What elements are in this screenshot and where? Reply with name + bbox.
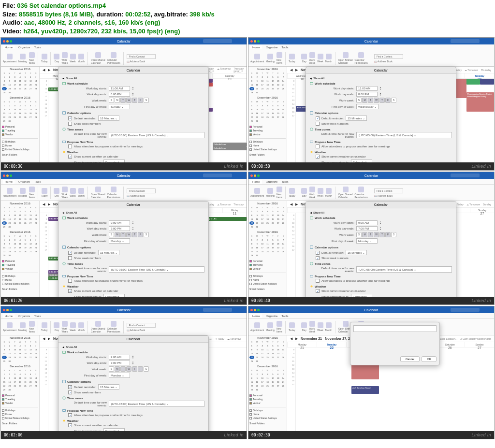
workweek-day-W[interactable]: W — [126, 98, 131, 103]
workweek-day-S[interactable]: S — [144, 366, 149, 372]
nav-prev[interactable]: ◀ — [43, 68, 45, 72]
ok-button[interactable]: OK — [422, 356, 437, 362]
timezone-select[interactable]: (UTC-05:00) Eastern Time (US & Canada) ⌄ — [356, 266, 452, 273]
workweek-day-W[interactable]: W — [374, 98, 379, 103]
sidebar-cal-2[interactable]: United States holidays — [249, 282, 286, 286]
new-items-button[interactable]: NewItems — [29, 321, 35, 333]
workweek-day-T[interactable]: T — [132, 232, 137, 237]
tab-tools[interactable]: Tools — [281, 315, 288, 318]
meeting-button[interactable]: Meeting — [18, 54, 27, 63]
sidebar-cal-1[interactable]: Home — [249, 412, 286, 416]
sidebar-category-0[interactable]: Personal — [249, 125, 286, 129]
sidebar-category-2[interactable]: Vendor — [249, 401, 286, 405]
sidebar-cal-0[interactable]: Birthdays — [249, 140, 286, 144]
titlebar-search[interactable] — [451, 173, 480, 177]
month-button[interactable]: Month — [78, 322, 85, 332]
workweek-day-S[interactable]: S — [391, 98, 396, 103]
week-button[interactable]: Week — [70, 188, 76, 197]
tab-organize[interactable]: Organize — [266, 180, 277, 183]
timezone-select[interactable]: (UTC-05:00) Eastern Time (US & Canada) ⌄ — [109, 132, 204, 138]
sidebar-category-0[interactable]: Personal — [2, 259, 38, 263]
workweek-day-S[interactable]: S — [109, 232, 114, 237]
tab-organize[interactable]: Organize — [266, 315, 277, 318]
nav-prev[interactable]: ◀ — [290, 68, 292, 72]
tab-home[interactable]: Home — [250, 314, 262, 318]
address-book-button[interactable]: 📖 Address Book — [127, 60, 156, 63]
workweek-day-M[interactable]: M — [115, 232, 120, 237]
nav-next[interactable]: ▶ — [295, 68, 298, 72]
new-items-button[interactable]: NewItems — [29, 187, 35, 199]
workweek-day-T[interactable]: T — [368, 98, 373, 103]
sidebar-cal-2[interactable]: United States holidays — [2, 147, 38, 151]
sidebar-category-1[interactable]: Traveling — [2, 397, 38, 401]
nav-prev[interactable]: ◀ — [290, 337, 292, 341]
today-button[interactable]: Today — [289, 54, 295, 63]
titlebar-search[interactable] — [203, 308, 232, 312]
sidebar-category-1[interactable]: Traveling — [249, 397, 286, 401]
sidebar-category-1[interactable]: Traveling — [249, 129, 286, 132]
show-all-button[interactable]: ◀ Show All — [62, 346, 204, 348]
reminder-select[interactable]: 15 Minutes ⌄ — [346, 250, 367, 255]
sidebar-cal-2[interactable]: United States holidays — [249, 416, 286, 420]
sidebar-category-1[interactable]: Traveling — [2, 263, 38, 267]
workweek-day-F[interactable]: F — [385, 232, 391, 237]
workweek-day-S[interactable]: S — [144, 232, 149, 237]
sidebar-cal-2[interactable]: United States holidays — [249, 147, 286, 151]
work-day-starts-select[interactable]: 9:00 AM — [109, 355, 130, 360]
tab-tools[interactable]: Tools — [34, 46, 41, 49]
show-all-button[interactable]: ◀ Show All — [310, 77, 452, 80]
titlebar-search[interactable] — [203, 39, 232, 43]
address-book-button[interactable]: 📖 Address Book — [374, 60, 403, 63]
today-button[interactable]: Today — [289, 322, 295, 332]
sidebar-category-0[interactable]: Personal — [2, 125, 38, 129]
find-contact-input[interactable]: Find a Contact — [127, 323, 156, 328]
workweek-day-T[interactable]: T — [379, 232, 385, 237]
tab-home[interactable]: Home — [3, 180, 15, 184]
show-all-button[interactable]: ◀ Show All — [62, 77, 204, 80]
day-button[interactable]: Day — [54, 322, 59, 332]
sidebar-cal-2[interactable]: United States holidays — [2, 416, 38, 420]
open-shared-button[interactable]: Open SharedCalendar — [338, 52, 353, 64]
day-column[interactable]: Sunday27 — [465, 342, 494, 347]
location-search-input[interactable] — [353, 325, 437, 332]
sidebar-category-0[interactable]: Personal — [249, 393, 286, 397]
appointment-button[interactable]: Appointment — [250, 188, 264, 197]
sidebar-category-1[interactable]: Traveling — [2, 129, 38, 132]
appointment-button[interactable]: Appointment — [3, 188, 16, 197]
new-items-button[interactable]: NewItems — [277, 52, 282, 64]
workweek-day-F[interactable]: F — [138, 232, 143, 237]
tab-home[interactable]: Home — [3, 45, 15, 49]
workweek-day-T[interactable]: T — [379, 98, 385, 103]
sidebar-category-2[interactable]: Vendor — [2, 401, 38, 405]
sidebar-cal-1[interactable]: Home — [2, 412, 38, 416]
workweek-button[interactable]: WorkWeek — [61, 52, 68, 64]
workweek-button[interactable]: WorkWeek — [309, 187, 315, 199]
sidebar-category-2[interactable]: Vendor — [249, 132, 286, 136]
cal-perm-button[interactable]: CalendarPermissions — [355, 52, 368, 64]
meeting-button[interactable]: Meeting — [266, 54, 275, 63]
workweek-button[interactable]: WorkWeek — [309, 52, 315, 64]
open-shared-button[interactable]: Open SharedCalendar — [91, 187, 105, 199]
reminder-select[interactable]: 15 Minutes ⌄ — [98, 250, 119, 255]
week-button[interactable]: Week — [317, 54, 323, 63]
first-day-select[interactable]: Monday ⌄ — [109, 238, 130, 244]
month-button[interactable]: Month — [325, 54, 332, 63]
work-day-ends-select[interactable]: 8:00 PM — [356, 92, 378, 97]
month-button[interactable]: Month — [325, 188, 332, 197]
workweek-day-T[interactable]: T — [120, 232, 126, 237]
calendar-event[interactable]: Thanksgiving Service Project Bernal Heig… — [466, 92, 494, 112]
workweek-day-M[interactable]: M — [115, 98, 120, 103]
workweek-day-S[interactable]: S — [356, 232, 362, 237]
new-items-button[interactable]: NewItems — [277, 187, 282, 199]
first-day-select[interactable]: Sunday ⌄ — [109, 104, 130, 109]
sidebar-category-0[interactable]: Personal — [2, 393, 38, 397]
day-button[interactable]: Day — [54, 188, 59, 197]
today-button[interactable]: Today — [289, 188, 295, 197]
cal-perm-button[interactable]: CalendarPermissions — [107, 187, 120, 199]
sidebar-cal-1[interactable]: Home — [2, 144, 38, 147]
reminder-select[interactable]: 15 Minutes ⌄ — [98, 384, 119, 390]
nav-prev[interactable]: ◀ — [290, 202, 292, 206]
work-day-ends-select[interactable]: 8:00 PM — [109, 92, 130, 97]
first-day-select[interactable]: Monday ⌄ — [109, 373, 130, 378]
workweek-day-M[interactable]: M — [362, 98, 367, 103]
